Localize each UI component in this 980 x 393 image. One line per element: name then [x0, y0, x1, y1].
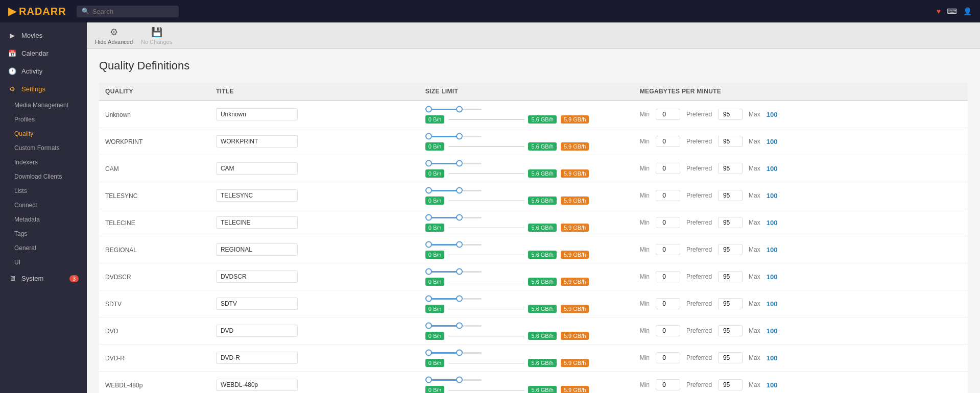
slider-thumb-right[interactable]	[456, 323, 463, 329]
slider-thumb-left[interactable]	[425, 214, 432, 221]
min-input[interactable]	[656, 379, 680, 390]
sidebar-sub-quality[interactable]: Quality	[0, 127, 87, 141]
search-box[interactable]: 🔍	[77, 6, 179, 17]
sidebar-sub-ui[interactable]: UI	[0, 255, 87, 269]
title-input[interactable]	[216, 243, 298, 256]
title-cell[interactable]	[210, 290, 419, 317]
title-cell[interactable]	[210, 209, 419, 236]
sidebar-sub-indexers[interactable]: Indexers	[0, 155, 87, 169]
preferred-input[interactable]	[718, 271, 743, 282]
preferred-input[interactable]	[718, 109, 743, 120]
slider-thumb-right[interactable]	[456, 350, 463, 356]
title-input[interactable]	[216, 325, 298, 337]
slider-thumb-right[interactable]	[456, 133, 463, 140]
sidebar-sub-lists[interactable]: Lists	[0, 184, 87, 198]
dual-slider[interactable]	[425, 105, 482, 113]
min-input[interactable]	[656, 190, 680, 201]
slider-thumb-left[interactable]	[425, 241, 432, 248]
slider-thumb-left[interactable]	[425, 133, 432, 140]
preferred-input[interactable]	[718, 379, 743, 390]
slider-thumb-right[interactable]	[456, 106, 463, 113]
slider-thumb-left[interactable]	[425, 377, 432, 383]
title-cell[interactable]	[210, 128, 419, 155]
dual-slider[interactable]	[425, 159, 482, 167]
sidebar-item-movies[interactable]: ▶ Movies	[0, 27, 87, 44]
title-input[interactable]	[216, 108, 298, 120]
keyboard-icon[interactable]: ⌨	[947, 7, 957, 15]
title-cell[interactable]	[210, 372, 419, 394]
slider-thumb-left[interactable]	[425, 296, 432, 302]
no-changes-button[interactable]: 💾 No Changes	[141, 27, 172, 45]
dual-slider[interactable]	[425, 322, 482, 330]
min-input[interactable]	[656, 325, 680, 336]
dual-slider[interactable]	[425, 186, 482, 194]
sidebar-sub-custom-formats[interactable]: Custom Formats	[0, 141, 87, 155]
slider-thumb-right[interactable]	[456, 377, 463, 383]
search-input[interactable]	[92, 8, 174, 15]
dual-slider[interactable]	[425, 267, 482, 276]
title-cell[interactable]	[210, 345, 419, 372]
sidebar-item-activity[interactable]: 🕐 Activity	[0, 62, 87, 80]
dual-slider[interactable]	[425, 240, 482, 249]
min-input[interactable]	[656, 352, 680, 363]
min-input[interactable]	[656, 163, 680, 174]
user-icon[interactable]: 👤	[963, 7, 972, 15]
sidebar-sub-metadata[interactable]: Metadata	[0, 212, 87, 227]
preferred-input[interactable]	[718, 352, 743, 363]
slider-thumb-right[interactable]	[456, 268, 463, 275]
min-input[interactable]	[656, 298, 680, 309]
slider-thumb-left[interactable]	[425, 323, 432, 329]
min-input[interactable]	[656, 136, 680, 147]
title-input[interactable]	[216, 271, 298, 283]
title-input[interactable]	[216, 379, 298, 391]
sidebar-sub-media-management[interactable]: Media Management	[0, 98, 87, 112]
title-cell[interactable]	[210, 155, 419, 182]
preferred-input[interactable]	[718, 217, 743, 228]
dual-slider[interactable]	[425, 132, 482, 140]
title-cell[interactable]	[210, 317, 419, 345]
title-input[interactable]	[216, 135, 298, 148]
health-icon[interactable]: ♥	[937, 7, 941, 15]
title-cell[interactable]	[210, 236, 419, 263]
hide-advanced-button[interactable]: ⚙ Hide Advanced	[95, 27, 133, 45]
slider-thumb-right[interactable]	[456, 241, 463, 248]
sidebar-sub-download-clients[interactable]: Download Clients	[0, 169, 87, 184]
min-input[interactable]	[656, 109, 680, 120]
title-input[interactable]	[216, 298, 298, 310]
title-input[interactable]	[216, 162, 298, 175]
sidebar-sub-connect[interactable]: Connect	[0, 198, 87, 212]
slider-thumb-left[interactable]	[425, 106, 432, 113]
slider-thumb-right[interactable]	[456, 296, 463, 302]
slider-thumb-right[interactable]	[456, 160, 463, 167]
slider-thumb-left[interactable]	[425, 350, 432, 356]
dual-slider[interactable]	[425, 294, 482, 303]
slider-thumb-left[interactable]	[425, 160, 432, 167]
title-cell[interactable]	[210, 182, 419, 209]
min-input[interactable]	[656, 244, 680, 255]
preferred-input[interactable]	[718, 136, 743, 147]
preferred-input[interactable]	[718, 190, 743, 201]
title-input[interactable]	[216, 189, 298, 202]
sidebar-item-calendar[interactable]: 📅 Calendar	[0, 44, 87, 62]
sidebar-sub-general[interactable]: General	[0, 241, 87, 255]
sidebar-item-system[interactable]: 🖥 System 3	[0, 269, 87, 287]
sidebar-sub-profiles[interactable]: Profiles	[0, 112, 87, 127]
title-cell[interactable]	[210, 101, 419, 128]
preferred-input[interactable]	[718, 298, 743, 309]
sidebar-sub-tags[interactable]: Tags	[0, 227, 87, 241]
preferred-input[interactable]	[718, 163, 743, 174]
dual-slider[interactable]	[425, 213, 482, 222]
min-input[interactable]	[656, 271, 680, 282]
slider-thumb-right[interactable]	[456, 187, 463, 194]
sidebar-item-settings[interactable]: ⚙ Settings	[0, 80, 87, 98]
preferred-input[interactable]	[718, 244, 743, 255]
slider-thumb-right[interactable]	[456, 214, 463, 221]
slider-thumb-left[interactable]	[425, 187, 432, 194]
title-input[interactable]	[216, 216, 298, 229]
title-input[interactable]	[216, 352, 298, 364]
min-input[interactable]	[656, 217, 680, 228]
dual-slider[interactable]	[425, 349, 482, 357]
title-cell[interactable]	[210, 263, 419, 290]
slider-thumb-left[interactable]	[425, 268, 432, 275]
dual-slider[interactable]	[425, 376, 482, 384]
